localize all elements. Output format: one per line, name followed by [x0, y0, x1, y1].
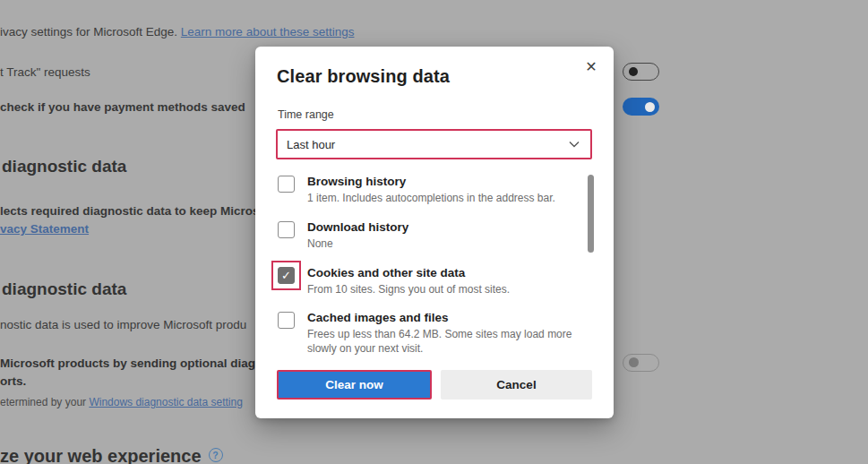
clear-browsing-data-dialog: ✕ Clear browsing data Time range Last ho… — [255, 47, 614, 418]
cookies-checkbox[interactable]: ✓ — [278, 267, 295, 284]
clear-now-button[interactable]: Clear now — [277, 370, 432, 400]
required-diagnostic-heading: diagnostic data — [2, 157, 126, 176]
close-icon[interactable]: ✕ — [580, 56, 602, 77]
checkbox-desc: 1 item. Includes autocompletions in the … — [307, 191, 578, 205]
cached-images-checkbox[interactable] — [278, 312, 295, 329]
help-glyph: ? — [212, 450, 218, 460]
dialog-title: Clear browsing data — [277, 66, 450, 87]
list-item: Download history None — [278, 219, 578, 251]
toggle-knob — [629, 357, 639, 367]
payment-methods-label: check if you have payment methods saved — [0, 100, 245, 114]
check-icon: ✓ — [281, 269, 291, 282]
toggle-knob — [645, 102, 655, 112]
time-range-label: Time range — [278, 108, 334, 121]
chevron-down-icon — [569, 141, 580, 148]
checkbox-label: Browsing history — [307, 174, 578, 189]
list-item: ✓ Cookies and other site data From 10 si… — [278, 265, 578, 296]
checkbox-desc: Frees up less than 64.2 MB. Some sites m… — [307, 327, 578, 356]
browsing-history-checkbox[interactable] — [278, 176, 295, 193]
help-icon[interactable]: ? — [209, 448, 223, 462]
web-experience-heading: ze your web experience ? — [0, 446, 223, 464]
required-diagnostic-body: lects required diagnostic data to keep M… — [0, 204, 260, 218]
toggle-knob — [629, 67, 638, 76]
payment-methods-toggle[interactable] — [623, 98, 659, 116]
windows-diagnostic-link[interactable]: Windows diagnostic data setting — [89, 396, 242, 408]
optional-diagnostic-heading: diagnostic data — [2, 279, 126, 299]
optional-diagnostic-toggle[interactable] — [623, 354, 659, 372]
scrollbar[interactable] — [588, 175, 594, 253]
list-item: Cached images and files Frees up less th… — [278, 310, 578, 356]
privacy-intro-text: ivacy settings for Microsoft Edge. — [0, 25, 177, 39]
checkbox-label: Cookies and other site data — [307, 265, 578, 280]
optional-diagnostic-bold-line1: Microsoft products by sending optional d… — [0, 357, 255, 370]
optional-diagnostic-bold-line2: orts. — [0, 374, 26, 388]
checkbox-desc: From 10 sites. Signs you out of most sit… — [307, 282, 578, 296]
download-history-checkbox[interactable] — [278, 221, 295, 238]
list-item: Browsing history 1 item. Includes autoco… — [278, 174, 578, 205]
windows-diagnostic-line: etermined by your Windows diagnostic dat… — [0, 396, 243, 408]
windows-diagnostic-prefix: etermined by your — [0, 396, 89, 408]
learn-more-link[interactable]: Learn more about these settings — [181, 25, 355, 39]
time-range-dropdown[interactable]: Last hour — [276, 129, 592, 159]
privacy-statement-link[interactable]: vacy Statement — [0, 222, 89, 236]
optional-diagnostic-body: nostic data is used to improve Microsoft… — [0, 318, 246, 331]
do-not-track-label: t Track" requests — [0, 65, 90, 79]
time-range-value: Last hour — [287, 138, 335, 151]
privacy-intro-line: ivacy settings for Microsoft Edge. Learn… — [0, 25, 354, 39]
checkbox-desc: None — [307, 236, 578, 251]
do-not-track-toggle[interactable] — [623, 63, 659, 81]
cancel-button[interactable]: Cancel — [441, 370, 592, 400]
checkbox-label: Download history — [307, 219, 578, 235]
web-experience-heading-text: ze your web experience — [0, 446, 202, 464]
checkbox-label: Cached images and files — [307, 310, 578, 325]
